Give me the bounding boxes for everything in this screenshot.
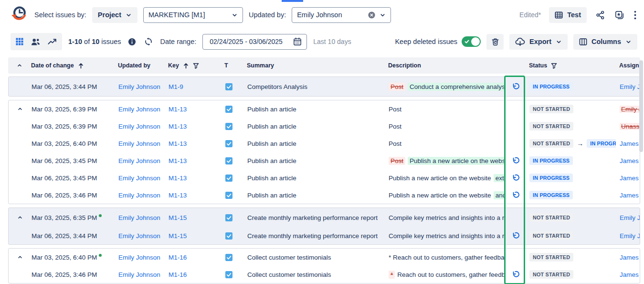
collapse-chevron-icon: [17, 215, 23, 220]
issue-key-link[interactable]: M1-16: [169, 254, 187, 261]
issue-key-link[interactable]: M1-13: [169, 175, 187, 182]
updated-by-link[interactable]: Emily Johnson: [118, 271, 160, 278]
description-segment: Post: [389, 106, 401, 113]
issue-key-link[interactable]: M1-13: [169, 140, 187, 147]
top-accent-bar: [282, 0, 303, 2]
count-range: 1-10: [68, 38, 82, 45]
columns-button[interactable]: Columns: [573, 34, 637, 50]
date-range-input[interactable]: 02/24/2025 - 03/06/2025: [202, 34, 307, 50]
date-range-label: Date range:: [160, 38, 196, 45]
refresh-button[interactable]: [143, 36, 154, 47]
header-updated-by[interactable]: Updated by: [118, 62, 168, 69]
export-button[interactable]: Export: [509, 34, 568, 50]
assignee-link[interactable]: Emily J: [620, 214, 640, 221]
issue-summary: Publish an article: [246, 140, 384, 147]
deleted-issues-button[interactable]: [486, 34, 504, 50]
updated-by-link[interactable]: Emily Johnson: [118, 157, 160, 164]
sort-up-icon[interactable]: [78, 63, 84, 69]
collapse-group-button[interactable]: [17, 215, 23, 220]
project-selector[interactable]: MARKETING [M1]: [143, 7, 243, 23]
table-row: Mar 06, 2025, 3:44 PM Emily Johnson M1-9…: [9, 77, 640, 96]
more-actions-button[interactable]: [633, 10, 637, 21]
header-type[interactable]: T: [224, 62, 246, 69]
updated-by-link[interactable]: Emily Johnson: [118, 140, 160, 147]
updated-by-link[interactable]: Emily Johnson: [118, 232, 160, 240]
filter-icon[interactable]: [193, 63, 199, 69]
filter-icon[interactable]: [551, 63, 557, 69]
header-status[interactable]: Status: [525, 62, 615, 69]
collapse-chevron-icon: [17, 254, 23, 260]
assignee-link[interactable]: James: [620, 175, 639, 182]
description-segment: Publish a new article on the website.: [408, 157, 505, 165]
issue-key-link[interactable]: M1-13: [169, 192, 187, 199]
issue-key-link[interactable]: M1-13: [169, 123, 187, 130]
info-button[interactable]: [127, 37, 137, 47]
updated-by-selector-value: Emily Johnson: [297, 11, 364, 19]
assignee-link[interactable]: James: [620, 254, 639, 261]
keep-deleted-toggle[interactable]: [462, 36, 481, 47]
updated-by-link[interactable]: Emily Johnson: [118, 175, 160, 182]
undo-change-button[interactable]: [511, 191, 520, 200]
undo-change-button[interactable]: [511, 156, 520, 165]
assignee-cell: Emily J: [616, 214, 640, 221]
updated-by-link[interactable]: Emily Johnson: [118, 214, 160, 221]
assignee-link[interactable]: James: [620, 157, 639, 164]
header-description-label: Description: [388, 62, 421, 69]
issue-key-link[interactable]: M1-15: [169, 232, 187, 240]
updated-by-link[interactable]: Emily Johnson: [118, 83, 160, 90]
issue-key-link[interactable]: M1-15: [169, 214, 187, 221]
change-date: Mar 06, 2025, 3:45 PM: [32, 157, 97, 164]
undo-change-button[interactable]: [511, 270, 520, 279]
toolbar-right: Keep deleted issues: [395, 34, 637, 50]
issue-key-link[interactable]: M1-13: [169, 106, 187, 113]
assignee-link[interactable]: Emily J: [620, 83, 640, 90]
status-badge: IN PROGRESS: [529, 191, 573, 199]
assignee-link[interactable]: James: [620, 271, 639, 278]
collapse-group-button[interactable]: [17, 106, 23, 112]
undo-change-button[interactable]: [511, 82, 520, 91]
undo-change-button[interactable]: [511, 231, 520, 240]
header-date-of-change[interactable]: Date of change: [31, 62, 118, 69]
undo-change-button[interactable]: [511, 174, 520, 183]
description-cell: * Reach out to customers, gather feedbac…: [384, 254, 505, 261]
assignee-link[interactable]: James: [620, 140, 639, 147]
share-button[interactable]: [595, 10, 606, 21]
header-key[interactable]: Key: [168, 62, 224, 69]
issue-key-link[interactable]: M1-13: [169, 157, 187, 164]
collapse-group-button[interactable]: [17, 254, 23, 260]
updated-by-link[interactable]: Emily Johnson: [118, 192, 160, 199]
issue-key-link[interactable]: M1-9: [169, 83, 183, 90]
select-mode-dropdown[interactable]: Project: [92, 7, 137, 23]
chart-view-button[interactable]: [47, 37, 58, 46]
task-type-icon: [225, 192, 246, 199]
clear-icon[interactable]: [368, 11, 376, 19]
saved-views-library-button[interactable]: [614, 10, 625, 21]
assignee-cell: Unassi: [616, 123, 640, 130]
header-assignee[interactable]: Assignee: [615, 62, 640, 69]
issue-summary: Publish an article: [246, 106, 384, 113]
grid-view-button[interactable]: [15, 37, 24, 46]
updated-by-link[interactable]: Emily Johnson: [118, 106, 160, 113]
task-type-icon: [225, 214, 246, 221]
collapse-all-button[interactable]: [17, 63, 22, 68]
updated-by-link[interactable]: Emily Johnson: [118, 123, 160, 130]
collapse-chevron-icon: [17, 106, 23, 112]
header-assignee-label: Assignee: [619, 62, 640, 69]
sort-up-icon[interactable]: [183, 63, 189, 69]
people-view-button[interactable]: [30, 37, 41, 47]
description-cell: PostConduct a comprehensive analysis ...: [384, 83, 505, 91]
status-badge: NOT STARTED: [529, 231, 573, 240]
updated-by-selector[interactable]: Emily Johnson: [292, 7, 391, 23]
header-summary[interactable]: Summary: [246, 62, 383, 69]
assignee-link[interactable]: Emily J: [620, 232, 640, 240]
vertical-scrollbar[interactable]: [639, 60, 643, 152]
calendar-icon[interactable]: [293, 37, 302, 46]
status-badge: NOT STARTED: [529, 105, 573, 113]
status-badge: NOT STARTED: [529, 270, 573, 279]
header-description[interactable]: Description: [383, 62, 504, 69]
updated-by-link[interactable]: Emily Johnson: [118, 254, 160, 261]
saved-view-button[interactable]: Test: [549, 7, 587, 23]
task-type-icon: [225, 106, 246, 113]
issue-key-link[interactable]: M1-16: [169, 271, 187, 278]
assignee-link[interactable]: James: [620, 192, 639, 199]
